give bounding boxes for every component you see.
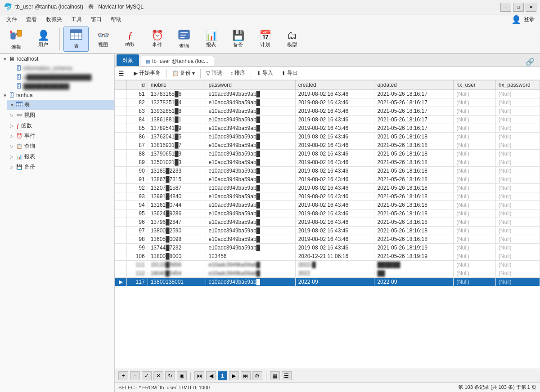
table-row[interactable]: ▶ 117 13800138001 e10adc3949ba59ab█ 2022… xyxy=(115,278,540,286)
table-row[interactable]: 94 13161█0744 e10adc3949ba59ab█ 2019-08-… xyxy=(115,201,540,209)
toolbar-query[interactable]: 查询 xyxy=(171,27,197,52)
menu-file[interactable]: 文件 xyxy=(2,15,22,24)
table-row[interactable]: 93 13991█4840 e10adc3949ba59ab█ 2019-08-… xyxy=(115,192,540,201)
sidebar-tanhua-backup-label: 备份 xyxy=(24,163,35,171)
sidebar-tanhua-view[interactable]: ▷ 👓 视图 xyxy=(7,110,114,120)
cell-hxuser: (Null) xyxy=(454,227,496,235)
sidebar-information-schema[interactable]: 🗄 information_schema xyxy=(7,64,114,73)
toolbar-function[interactable]: ƒ 函数 xyxy=(117,27,143,52)
toolbar-schedule[interactable]: 📅 计划 xyxy=(252,27,278,52)
sidebar-tanhua-function[interactable]: ▷ ƒ 函数 xyxy=(7,120,114,131)
fn-expand: ▷ xyxy=(10,123,16,128)
menu-tools[interactable]: 工具 xyxy=(67,15,86,24)
col-header-id[interactable]: id xyxy=(126,80,148,90)
row-indicator xyxy=(115,252,127,261)
col-header-created[interactable]: created xyxy=(295,80,374,90)
server-icon: 🖥 xyxy=(9,55,15,62)
toolbar-view[interactable]: 👓 视图 xyxy=(90,27,116,52)
table-row[interactable]: 99 13744█7232 e10adc3949ba59ab█ 2019-08-… xyxy=(115,244,540,252)
table-row[interactable]: 85 13789541█9 e10adc3949ba59ab█ 2019-08-… xyxy=(115,124,540,133)
toolbar-table[interactable]: 表 xyxy=(63,27,89,52)
more-button[interactable]: ◉ xyxy=(177,371,187,380)
toolbar-report[interactable]: 📊 报表 xyxy=(198,27,224,52)
tab-objects[interactable]: 对象 xyxy=(117,54,139,66)
sidebar-tanhua-backup[interactable]: ▷ 💾 备份 xyxy=(7,162,114,172)
last-page-button[interactable]: ⏭ xyxy=(241,371,251,380)
menu-help[interactable]: 帮助 xyxy=(106,15,126,24)
col-header-hxuser[interactable]: hx_user xyxy=(454,80,496,90)
main-toolbar: 连接 👤 用户 表 👓 视图 ƒ 函数 ⏰ 事件 xyxy=(0,25,540,54)
table-row[interactable]: 90 13185█2233 e10adc3949ba59ab█ 2019-08-… xyxy=(115,167,540,175)
filter-button[interactable]: ▽ 筛选 xyxy=(202,68,226,78)
sidebar-tanhua-table[interactable]: ▼ 表 xyxy=(7,100,114,110)
sidebar-tanhua-event[interactable]: ▷ ⏰ 事件 xyxy=(7,131,114,141)
cell-hxuser: (Null) xyxy=(454,133,496,141)
next-page-button[interactable]: ▶ xyxy=(229,371,239,380)
prev-page-button[interactable]: ◀ xyxy=(206,371,216,380)
toolbar-backup[interactable]: 💾 备份 xyxy=(225,27,251,52)
begin-transaction-button[interactable]: ▶ 开始事务 xyxy=(130,68,164,78)
menu-view[interactable]: 查看 xyxy=(22,15,41,24)
minimize-button[interactable]: ─ xyxy=(500,3,511,12)
row-indicator xyxy=(115,227,127,235)
table-row[interactable]: 89 13501021█3 e10adc3949ba59ab█ 2019-08-… xyxy=(115,158,540,167)
table-row[interactable]: 92 13207█1587 e10adc3949ba59ab█ 2019-08-… xyxy=(115,184,540,192)
col-header-updated[interactable]: updated xyxy=(374,80,454,90)
cell-created: 2020-12-21 11:06:16 xyxy=(295,252,374,261)
export-button[interactable]: ⬆ 导出 xyxy=(278,68,302,78)
table-row[interactable]: 98 13605█0098 e10adc3949ba59ab█ 2019-08-… xyxy=(115,235,540,244)
close-button[interactable]: ✕ xyxy=(526,3,536,12)
confirm-button[interactable]: ✓ xyxy=(142,371,152,380)
menu-favorites[interactable]: 收藏夹 xyxy=(41,15,67,24)
cell-hxuser: (Null) xyxy=(454,235,496,244)
sort-button[interactable]: ↕ 排序 xyxy=(227,68,249,78)
tab-table[interactable]: ▦ tb_user @tanhua (loc... xyxy=(140,56,214,66)
table-row[interactable]: 82 13278251█4 e10adc3949ba59ab█ 2019-08-… xyxy=(115,98,540,107)
add-row-button[interactable]: + xyxy=(118,371,128,380)
cell-created: 2019-08-02 16:43:46 xyxy=(295,107,374,116)
tab-refresh-icon[interactable]: 🔗 xyxy=(522,56,538,67)
table-row[interactable]: 96 13796█2847 e10adc3949ba59ab█ 2019-08-… xyxy=(115,218,540,227)
col-header-password[interactable]: password xyxy=(206,80,295,90)
sidebar-db2[interactable]: 🗄 p█████████████████ xyxy=(7,73,114,82)
toolbar-event[interactable]: ⏰ 事件 xyxy=(144,27,170,52)
table-row[interactable]: 95 13624█9286 e10adc3949ba59ab█ 2019-08-… xyxy=(115,209,540,218)
table-row[interactable]: 106 13800█8000 123456 2020-12-21 11:06:1… xyxy=(115,252,540,261)
sidebar-tanhua-query[interactable]: ▷ 📋 查询 xyxy=(7,141,114,151)
export-icon: ⬆ xyxy=(281,70,286,76)
sidebar-tanhua-report[interactable]: ▷ 📊 报表 xyxy=(7,151,114,162)
col-header-hxpw[interactable]: hx_password xyxy=(495,80,540,90)
backup-button[interactable]: 📋 备份 ▾ xyxy=(168,68,198,78)
grid-view-button[interactable]: ▦ xyxy=(270,371,280,380)
table-row[interactable]: 87 13816931█7 e10adc3949ba59ab█ 2019-08-… xyxy=(115,141,540,150)
first-page-button[interactable]: ⏮ xyxy=(194,371,204,380)
col-header-mobile[interactable]: mobile xyxy=(148,80,206,90)
table-row[interactable]: 81 13783165█6 e10adc3949ba59ab█ 2019-08-… xyxy=(115,90,540,98)
list-view-button[interactable]: ☰ xyxy=(282,371,292,380)
table-row[interactable]: 112 18040█5454 e10adc3949ba59ab█ 2022 ██… xyxy=(115,269,540,278)
sidebar-tanhua[interactable]: ▼ 🗄 tanhua xyxy=(0,91,114,100)
cell-password: e10adc3949ba59ab█ xyxy=(206,175,295,184)
table-row[interactable]: 83 13932851█8 e10adc3949ba59ab█ 2019-08-… xyxy=(115,107,540,116)
refresh-button[interactable]: ↻ xyxy=(165,371,175,380)
table-row[interactable]: 91 13867█7315 e10adc3949ba59ab█ 2019-08-… xyxy=(115,175,540,184)
settings-button[interactable]: ⚙ xyxy=(252,371,262,380)
toolbar-model[interactable]: 🗂 模型 xyxy=(279,27,305,52)
toolbar-connect[interactable]: 连接 xyxy=(4,27,29,52)
table-row[interactable]: 86 13762041█5 e10adc3949ba59ab█ 2019-08-… xyxy=(115,133,540,141)
table-row[interactable]: 97 13800█2590 e10adc3949ba59ab█ 2019-08-… xyxy=(115,227,540,235)
menu-window[interactable]: 窗口 xyxy=(86,15,106,24)
maximize-button[interactable]: □ xyxy=(513,3,524,12)
table-row[interactable]: 84 13861881█1 e10adc3949ba59ab█ 2019-08-… xyxy=(115,116,540,124)
delete-row-button[interactable]: − xyxy=(130,371,140,380)
toolbar-user[interactable]: 👤 用户 xyxy=(31,27,56,52)
import-button[interactable]: ⬇ 导入 xyxy=(253,68,277,78)
sidebar-localhost[interactable]: ▼ 🖥 localhost xyxy=(0,54,114,64)
cancel-edit-button[interactable]: ✕ xyxy=(153,371,163,380)
table-row[interactable]: 111 15110█5656 e10adc3949ba59ab█ 2022-█ … xyxy=(115,261,540,269)
sidebar-db3[interactable]: 🗄 ████████████ xyxy=(7,82,114,91)
expand-icon: ▼ xyxy=(3,57,9,62)
login-area[interactable]: 👤 登录 xyxy=(511,15,538,25)
table-row[interactable]: 88 13790651█9 e10adc3949ba59ab█ 2019-08-… xyxy=(115,150,540,158)
table-header-row: id mobile password created updated hx_us… xyxy=(115,80,540,90)
